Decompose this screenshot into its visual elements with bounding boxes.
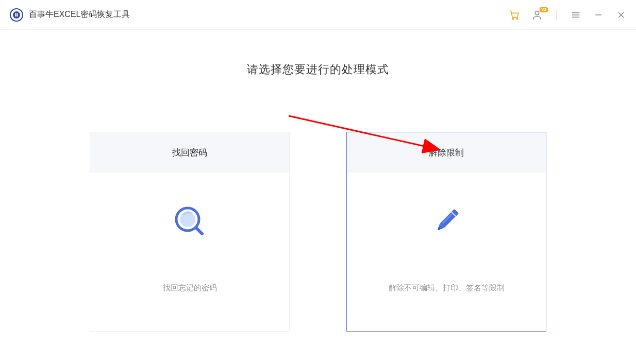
page-heading: 请选择您要进行的处理模式 [0, 62, 636, 77]
card-recover-body: 找回忘记的密码 [90, 172, 289, 331]
titlebar: 百事牛EXCEL密码恢复工具 V2 [0, 0, 636, 30]
app-title: 百事牛EXCEL密码恢复工具 [29, 9, 130, 20]
user-badge: V2 [540, 7, 548, 12]
svg-rect-2 [15, 13, 16, 15]
pencil-icon [426, 201, 467, 242]
titlebar-left: 百事牛EXCEL密码恢复工具 [9, 8, 130, 22]
card-unlock-body: 解除不可编辑、打印、签名等限制 [347, 172, 546, 331]
card-remove-restriction[interactable]: 解除限制 解除不可编辑、打印、签名等限制 [346, 132, 546, 332]
svg-line-17 [196, 228, 202, 234]
main-content: 请选择您要进行的处理模式 找回密码 找回忘记的密码 解除限制 [0, 30, 636, 332]
svg-point-8 [535, 11, 539, 14]
card-unlock-desc: 解除不可编辑、打印、签名等限制 [389, 283, 505, 293]
magnifier-icon [169, 201, 210, 242]
mode-cards: 找回密码 找回忘记的密码 解除限制 [0, 132, 636, 332]
user-icon[interactable]: V2 [531, 9, 543, 21]
cart-icon[interactable] [509, 9, 520, 21]
minimize-icon[interactable] [593, 9, 604, 21]
svg-point-6 [512, 18, 514, 20]
card-recover-title: 找回密码 [90, 132, 289, 172]
svg-rect-5 [16, 15, 18, 16]
svg-rect-4 [15, 15, 16, 16]
app-logo-icon [9, 8, 24, 22]
card-recover-desc: 找回忘记的密码 [163, 283, 217, 293]
titlebar-right: V2 [509, 9, 627, 21]
menu-icon[interactable] [570, 9, 581, 21]
svg-point-1 [13, 11, 20, 19]
svg-rect-3 [16, 13, 18, 15]
svg-point-7 [516, 18, 518, 20]
divider [556, 10, 557, 20]
close-icon[interactable] [615, 9, 627, 21]
card-recover-password[interactable]: 找回密码 找回忘记的密码 [90, 132, 290, 332]
card-unlock-title: 解除限制 [347, 132, 546, 172]
